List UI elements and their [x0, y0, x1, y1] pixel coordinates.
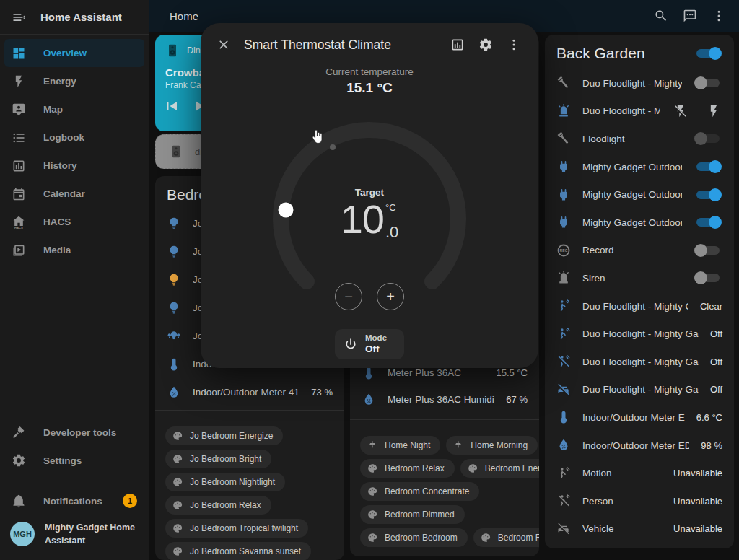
entity-label: Meter Plus 36AC — [388, 367, 484, 378]
increase-button[interactable]: + — [377, 283, 404, 310]
entity-row[interactable]: Indoor/Outdoor Meter EDA46.6 °C — [545, 403, 734, 432]
plug-icon — [556, 215, 571, 229]
chip-bedroom-dimmed[interactable]: Bedroom Dimmed — [360, 505, 465, 524]
entity-row[interactable]: Mighty Gadget Outdoor Plu... — [545, 153, 734, 181]
entity-row[interactable]: Duo Floodlight - Migh... — [545, 97, 734, 126]
sidebar-item-logbook[interactable]: Logbook — [4, 123, 144, 152]
sidebar-item-settings[interactable]: Settings — [4, 447, 144, 475]
sidebar-item-developer-tools[interactable]: Developer tools — [4, 419, 144, 447]
entity-toggle[interactable] — [694, 188, 722, 202]
entity-row[interactable]: Indoor/Outdoor Meter EDA4 H...98 % — [545, 432, 734, 460]
chip-row: Bedroom RelaxBedroom Energize — [360, 459, 529, 478]
chip-bedroom-energize[interactable]: Bedroom Energize — [460, 459, 539, 478]
entity-row[interactable]: Duo Floodlight - Mighty Gadget ...Off — [545, 320, 734, 348]
chip-jo-bedroom-savanna-sunset[interactable]: Jo Bedroom Savanna sunset — [165, 542, 311, 560]
chip-jo-bedroom-tropical-twilight[interactable]: Jo Bedroom Tropical twilight — [165, 519, 308, 538]
bulb-icon — [167, 273, 181, 287]
entity-toggle[interactable] — [694, 271, 722, 285]
history-icon — [12, 159, 26, 173]
close-icon[interactable] — [215, 36, 232, 53]
menu-icon[interactable] — [10, 9, 27, 26]
more-icon[interactable] — [710, 7, 727, 25]
chip-jo-bedroom-relax[interactable]: Jo Bedroom Relax — [165, 496, 271, 515]
entity-row[interactable]: Duo Floodlight - Mighty Gadge...Clear — [545, 292, 734, 320]
svg-text:REC: REC — [560, 248, 568, 253]
chip-row: Bedroom Dimmed — [360, 505, 529, 524]
decrease-button[interactable]: − — [335, 283, 362, 310]
sidebar-item-history[interactable]: History — [4, 152, 144, 180]
chip-home-morning[interactable]: Home Morning — [446, 436, 538, 455]
entity-state: Unavailable — [673, 496, 722, 507]
back-garden-toggle[interactable] — [694, 46, 722, 61]
sidebar-item-notifications[interactable]: Notifications 1 — [4, 487, 144, 515]
sidebar-item-energy[interactable]: Energy — [4, 67, 144, 95]
entity-row[interactable]: PersonUnavailable — [545, 487, 734, 515]
humidity-icon — [556, 438, 571, 452]
thermometer-icon — [556, 410, 571, 424]
sidebar-header: Home Assistant — [0, 0, 149, 35]
back-garden-header: Back Garden — [545, 35, 734, 62]
entity-row[interactable]: Duo Floodlight - Mighty Gadget ...Off — [545, 376, 734, 404]
temperature-stepper: − + — [201, 283, 538, 310]
chip-home-night[interactable]: Home Night — [360, 436, 440, 455]
entity-buttons — [672, 102, 722, 120]
entity-row[interactable]: MotionUnavailable — [545, 459, 734, 487]
divider — [155, 410, 344, 411]
chip-bedroom-read[interactable]: Bedroom Read — [473, 528, 539, 547]
entity-row[interactable]: Duo Floodlight - Mighty Gad... — [545, 69, 734, 97]
sidebar-item-calendar[interactable]: Calendar — [4, 180, 144, 208]
sidebar-profile[interactable]: MGH Mighty Gadget Home Assistant — [4, 518, 144, 550]
svg-text:HACS: HACS — [14, 226, 23, 229]
chip-bedroom-concentrate[interactable]: Bedroom Concentrate — [360, 482, 479, 501]
entity-row[interactable]: Mighty Gadget Outdoor Plu... — [545, 209, 734, 237]
palette-icon — [367, 463, 377, 473]
entity-state: Clear — [700, 301, 722, 312]
sidebar-item-media[interactable]: Media — [4, 236, 144, 264]
assist-icon[interactable] — [681, 7, 699, 25]
cog-icon — [12, 453, 26, 468]
chip-jo-bedroom-nightlight[interactable]: Jo Bedroom Nightlight — [165, 473, 285, 491]
entity-state: 98 % — [701, 440, 722, 451]
chip-bedroom-bedroom[interactable]: Bedroom Bedroom — [360, 528, 468, 547]
chip-label: Jo Bedroom Nightlight — [190, 477, 275, 487]
palette-icon — [367, 533, 377, 543]
entity-toggle[interactable] — [694, 243, 722, 258]
search-icon[interactable] — [652, 7, 670, 25]
siren-icon — [556, 104, 571, 118]
entity-label: Duo Floodlight - Mighty Gadget ... — [582, 328, 699, 339]
sidebar-item-hacs[interactable]: HACSHACS — [4, 208, 144, 236]
entity-row[interactable]: Duo Floodlight - Mighty Gadget ...Off — [545, 348, 734, 376]
tab-home[interactable]: Home — [170, 10, 198, 22]
sidebar-item-map[interactable]: Map — [4, 95, 144, 123]
gear-icon[interactable] — [477, 36, 494, 53]
chip-label: Bedroom Bedroom — [385, 533, 458, 543]
motion-icon — [556, 327, 571, 341]
entity-row[interactable]: Meter Plus 36AC Humidity67 % — [350, 386, 539, 413]
entity-label: Vehicle — [582, 523, 662, 534]
sidebar-item-overview[interactable]: Overview — [4, 39, 144, 67]
skip-previous-icon[interactable] — [162, 97, 180, 115]
entity-toggle[interactable] — [694, 131, 722, 146]
entity-label: Meter Plus 36AC Humidity — [388, 394, 494, 405]
mode-button[interactable]: Mode Off — [335, 329, 404, 359]
chart-icon[interactable] — [449, 36, 466, 53]
entity-row[interactable]: Indoor/Outdoor Meter 4118 H...73 % — [155, 378, 344, 406]
entity-row[interactable]: VehicleUnavailable — [545, 515, 734, 543]
chip-bedroom-relax[interactable]: Bedroom Relax — [360, 459, 455, 478]
entity-toggle[interactable] — [694, 215, 722, 229]
entity-row[interactable]: RECRecord — [545, 237, 734, 265]
flash-off-icon[interactable] — [672, 102, 689, 120]
bulb-group-icon — [167, 329, 181, 344]
entity-toggle[interactable] — [694, 76, 722, 90]
entity-row[interactable]: Siren — [545, 264, 734, 292]
entity-toggle[interactable] — [694, 159, 722, 174]
entity-label: Mighty Gadget Outdoor Plu... — [582, 162, 682, 172]
sidebar-item-label: Map — [43, 104, 63, 115]
entity-row[interactable]: Floodlight — [545, 125, 734, 153]
flash-icon[interactable] — [705, 102, 722, 120]
chip-jo-bedroom-bright[interactable]: Jo Bedroom Bright — [165, 450, 271, 468]
entity-row[interactable]: Mighty Gadget Outdoor Plu... — [545, 180, 734, 209]
humidity-icon — [167, 385, 181, 400]
more-icon[interactable] — [505, 36, 522, 53]
chip-jo-bedroom-energize[interactable]: Jo Bedroom Energize — [165, 426, 283, 445]
